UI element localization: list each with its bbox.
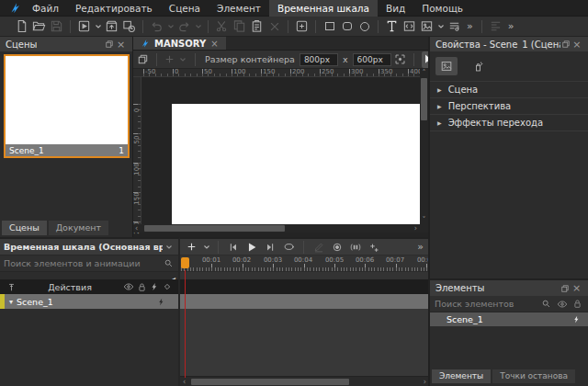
timeline-horizontal-scrollbar[interactable]: ‹ › <box>180 376 430 386</box>
actions-column-icon[interactable] <box>148 280 161 293</box>
close-panel-icon[interactable]: × <box>115 39 127 51</box>
media-list-button[interactable] <box>446 17 463 35</box>
undo-button[interactable] <box>148 17 165 35</box>
add-animation-chevron[interactable] <box>201 238 211 255</box>
lock-column-icon[interactable] <box>135 280 148 293</box>
open-document-button[interactable] <box>30 17 48 35</box>
publish-button[interactable] <box>103 17 120 35</box>
menu-edit[interactable]: Редактировать <box>67 0 161 17</box>
transport-overflow-button[interactable]: » <box>413 241 427 253</box>
scene-thumbnail[interactable]: Scene_1 1 <box>4 54 130 158</box>
rectangle-tool-button[interactable] <box>321 17 338 35</box>
section-scene[interactable]: ▶ Сцена <box>430 82 588 98</box>
panel-divider[interactable] <box>428 37 430 386</box>
track-expand-icon[interactable]: ▾ <box>9 298 13 306</box>
visibility-column-icon[interactable] <box>122 280 135 293</box>
scroll-left-arrow[interactable]: ‹ <box>183 378 186 386</box>
redo-button[interactable] <box>175 17 193 35</box>
scroll-up-arrow[interactable]: ˄ <box>420 69 428 77</box>
tab-elements[interactable]: Элементы <box>432 369 491 383</box>
undo-history-chevron[interactable] <box>165 17 175 35</box>
float-panel-icon[interactable] <box>560 39 571 51</box>
add-animation-button[interactable] <box>183 240 199 255</box>
float-panel-icon[interactable] <box>559 282 571 294</box>
timeline-band-scene1[interactable] <box>180 294 430 309</box>
rounded-rectangle-tool-button[interactable] <box>338 17 356 35</box>
record-button[interactable] <box>329 240 345 255</box>
add-keyframe-button[interactable] <box>366 240 382 255</box>
add-scene-button[interactable] <box>164 51 175 68</box>
effects-properties-tab[interactable] <box>467 57 489 75</box>
play-button[interactable] <box>243 240 260 255</box>
timeline-ruler[interactable]: 00:01 00:02 00:03 00:04 00:05 00:06 00:0… <box>180 255 430 272</box>
document-tab-close-icon[interactable]: × <box>210 39 218 49</box>
tab-scenes[interactable]: Сцены <box>2 221 47 235</box>
tab-document[interactable]: Документ <box>49 221 108 235</box>
toolbar-overflow-button[interactable]: » <box>463 20 477 32</box>
section-perspective[interactable]: ▶ Перспектива <box>430 98 588 115</box>
text-tool-button[interactable] <box>383 17 401 35</box>
align-button[interactable] <box>487 17 504 35</box>
close-panel-icon[interactable]: × <box>571 39 582 51</box>
scene-properties-tab[interactable] <box>435 57 458 75</box>
paste-button[interactable] <box>248 17 266 35</box>
cut-button[interactable] <box>213 17 231 35</box>
document-tab[interactable]: MANSORY × <box>133 37 226 50</box>
redo-history-chevron[interactable] <box>193 17 203 35</box>
fit-stage-button[interactable] <box>394 51 406 68</box>
preview-scene-button[interactable] <box>75 17 93 35</box>
menu-view[interactable]: Вид <box>378 0 413 17</box>
menu-element[interactable]: Элемент <box>209 0 269 17</box>
copy-button[interactable] <box>231 17 248 35</box>
close-panel-icon[interactable]: × <box>571 282 582 294</box>
stage[interactable] <box>172 104 420 224</box>
element-row-scene1[interactable]: Scene_1 <box>430 312 588 326</box>
scroll-down-arrow[interactable]: ˅ <box>420 216 428 224</box>
html-snippet-button[interactable] <box>401 17 418 35</box>
section-transition-effects[interactable]: ▶ Эффекты перехода <box>430 115 588 131</box>
canvas-vertical-scrollbar[interactable]: ˄ ˅ <box>420 69 428 224</box>
save-document-button[interactable] <box>48 17 65 35</box>
preview-options-chevron[interactable] <box>93 17 103 35</box>
horizontal-scrollbar-thumb[interactable] <box>144 225 285 232</box>
timeline-scrollbar-thumb[interactable] <box>191 379 349 385</box>
menu-scene[interactable]: Сцена <box>161 0 209 17</box>
edit-curve-button[interactable] <box>311 240 327 255</box>
keyframe-column-icon[interactable] <box>161 280 174 293</box>
loop-playback-button[interactable] <box>280 240 297 255</box>
canvas-horizontal-scrollbar[interactable]: ‹ › <box>133 224 420 233</box>
timeline-select-chevron[interactable] <box>163 241 175 253</box>
scroll-right-arrow[interactable]: › <box>414 224 417 233</box>
ellipse-tool-button[interactable] <box>356 17 373 35</box>
toggle-lock-icon[interactable] <box>571 298 583 310</box>
detach-stage-button[interactable] <box>137 51 149 68</box>
new-document-button[interactable] <box>13 17 30 35</box>
add-scene-chevron[interactable] <box>177 51 187 68</box>
tab-breakpoints[interactable]: Точки останова <box>492 369 575 383</box>
onion-skin-button[interactable] <box>347 240 364 255</box>
scroll-left-arrow[interactable]: ‹ <box>135 224 138 233</box>
menu-file[interactable]: Файл <box>24 0 67 17</box>
float-panel-icon[interactable] <box>103 39 115 51</box>
canvas-viewport[interactable]: -50 0 50 100 150 200 250 300 350 400 0 5… <box>133 69 430 237</box>
menu-timeline[interactable]: Временная шкала <box>269 0 378 17</box>
menu-help[interactable]: Помощь <box>413 0 471 17</box>
stage-height-input[interactable] <box>353 53 391 66</box>
vertical-scrollbar-thumb[interactable] <box>421 78 427 120</box>
align-overflow-button[interactable]: » <box>504 20 518 32</box>
pin-tracks-icon[interactable] <box>5 280 17 293</box>
scroll-right-arrow[interactable]: › <box>424 378 426 386</box>
panel-divider[interactable] <box>430 278 588 280</box>
publish-settings-button[interactable] <box>120 17 138 35</box>
go-to-start-button[interactable] <box>225 240 242 255</box>
delete-button[interactable] <box>266 17 283 35</box>
add-element-button[interactable] <box>293 17 311 35</box>
elements-search-input[interactable] <box>435 299 537 309</box>
timeline-search-input[interactable] <box>4 258 163 268</box>
playhead-marker[interactable] <box>181 257 189 268</box>
image-options-chevron[interactable] <box>435 17 446 35</box>
image-tool-button[interactable] <box>418 17 435 35</box>
toggle-visibility-icon[interactable] <box>556 298 568 310</box>
stage-width-input[interactable] <box>300 53 338 66</box>
track-row-scene1[interactable]: ▾ Scene_1 <box>0 294 178 309</box>
